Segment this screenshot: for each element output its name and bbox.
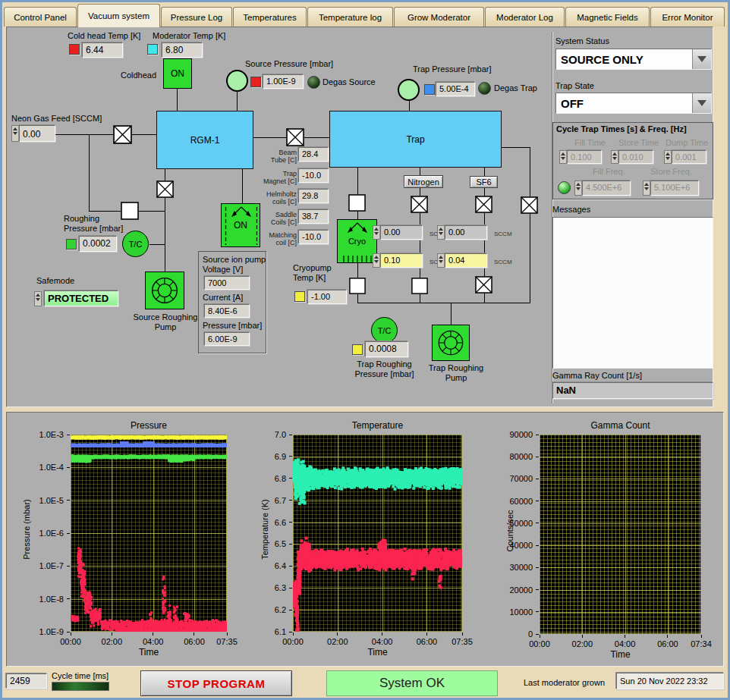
pipe — [132, 134, 156, 135]
pressure-chart-plot — [71, 435, 227, 632]
tick-mark — [536, 523, 539, 523]
temperature-chart: Temperature Temperature (K) Time 00:0002… — [259, 413, 486, 666]
nitrogen-set-spinner[interactable] — [373, 225, 380, 240]
valve-icon[interactable] — [156, 180, 174, 198]
tab-control-panel[interactable]: Control Panel — [4, 7, 77, 27]
trap-roughing-pump-label: Trap Roughing Pump — [420, 363, 492, 383]
tab-moderator-log[interactable]: Moderator Log — [485, 7, 565, 27]
x-tick-label: 02:00 — [95, 637, 128, 646]
trap-pressure-indicator-square — [424, 84, 435, 95]
charts-panel: Pressure Pressure (mbar) Time 00:0002:00… — [6, 412, 724, 667]
last-moderator-label: Last moderator grown — [524, 678, 605, 688]
safemode-spinner[interactable] — [34, 291, 42, 306]
coldhead-on-button[interactable]: ON — [163, 58, 192, 89]
sf6-button[interactable]: SF6 — [470, 176, 498, 188]
messages-label: Messages — [552, 205, 590, 215]
pressure-chart-xlabel: Time — [71, 647, 227, 658]
trap-pressure-gauge — [398, 79, 420, 101]
tab-temperatures[interactable]: Temperatures — [233, 7, 307, 27]
safemode-field[interactable]: PROTECTED — [44, 290, 118, 306]
nitrogen-set-field[interactable]: 0.00 — [380, 225, 423, 240]
valve-icon[interactable] — [411, 278, 428, 294]
y-tick-label: 6.2 — [259, 605, 286, 614]
nitrogen-actual-spinner[interactable] — [373, 253, 380, 268]
tick-mark — [67, 500, 70, 501]
fill-time-spinner[interactable] — [559, 150, 567, 164]
system-status-dropdown[interactable]: SOURCE ONLY — [555, 49, 712, 70]
thermocouple-gauge: T/C — [122, 231, 149, 257]
sf6-set-spinner[interactable] — [437, 225, 445, 240]
trap-pressure-field: 5.00E-4 — [436, 82, 475, 96]
nitrogen-button[interactable]: Nitrogen — [404, 175, 443, 188]
x-tick-label: 04:00 — [609, 639, 642, 648]
fill-time-field[interactable]: 0.100 — [567, 150, 602, 164]
y-tick-label: 50000 — [496, 519, 533, 528]
store-time-field[interactable]: 0.010 — [618, 150, 653, 164]
trap-pressure-label: Trap Pressure [mbar] — [413, 64, 492, 74]
degas-source-led[interactable] — [307, 76, 320, 89]
dump-time-field[interactable]: 0.001 — [672, 150, 706, 164]
cryo-pump-valve[interactable]: Cryo — [337, 219, 377, 263]
stop-program-button[interactable]: STOP PROGRAM — [140, 670, 292, 696]
temperature-chart-xlabel: Time — [293, 647, 462, 658]
trap-roughing-pump[interactable] — [432, 325, 470, 361]
dropdown-arrow-icon[interactable] — [692, 93, 711, 113]
dropdown-arrow-icon[interactable] — [692, 49, 711, 69]
valve-icon[interactable] — [113, 125, 132, 144]
cryopump-temp-label: Cryopump Temp [K] — [293, 263, 340, 283]
nitrogen-actual-field[interactable]: 0.10 — [380, 253, 423, 268]
sf6-actual-field[interactable]: 0.04 — [445, 253, 487, 268]
neon-feed-field[interactable]: 0.00 — [19, 125, 55, 142]
source-roughing-pump[interactable] — [145, 272, 184, 309]
tick-mark — [667, 635, 668, 638]
degas-trap-label: Degas Trap — [494, 83, 537, 93]
tab-temperature-log[interactable]: Temperature log — [307, 7, 393, 27]
valve-icon[interactable] — [121, 202, 139, 220]
pipe — [357, 263, 358, 278]
matching-coil-field: -10.0 — [298, 230, 329, 244]
trap-roughing-pressure-label: Trap Roughing Pressure [mbar] — [341, 359, 428, 379]
ion-pump-pressure-field: 6.00E-9 — [204, 332, 250, 346]
tab-vacuum-system[interactable]: Vacuum system — [77, 4, 160, 27]
roughing-indicator-square — [66, 239, 77, 250]
x-tick-label: 06:00 — [410, 637, 443, 646]
tick-mark — [536, 545, 539, 546]
cycle-trap-title: Cycle Trap Times [s] & Freq. [Hz] — [556, 124, 687, 134]
store-time-spinner[interactable] — [611, 150, 618, 164]
tab-pressure-log[interactable]: Pressure Log — [161, 7, 232, 27]
valve-icon[interactable] — [411, 196, 428, 213]
tab-magnetic-fields[interactable]: Magnetic Fields — [565, 7, 650, 27]
pipe — [139, 211, 165, 212]
trap-state-dropdown[interactable]: OFF — [555, 93, 712, 114]
y-tick-label: 6.7 — [259, 496, 286, 505]
tab-error-monitor[interactable]: Error Monitor — [650, 7, 725, 27]
y-tick-label: 90000 — [496, 430, 533, 439]
store-freq-spinner[interactable] — [643, 180, 650, 196]
tick-mark — [536, 634, 539, 635]
y-tick-label: 40000 — [496, 541, 533, 550]
dump-time-spinner[interactable] — [664, 150, 672, 164]
sf6-actual-spinner[interactable] — [437, 253, 445, 268]
source-gate-valve[interactable]: ON — [221, 203, 260, 247]
fill-freq-spinner[interactable] — [574, 180, 582, 196]
fill-freq-field[interactable]: 4.500E+6 — [582, 180, 631, 196]
store-freq-field[interactable]: 5.100E+6 — [650, 180, 699, 196]
pipe — [237, 92, 238, 111]
cryopump-indicator-square — [294, 291, 305, 302]
moderator-temp-label: Moderator Temp [K] — [153, 31, 225, 41]
valve-icon[interactable] — [475, 276, 492, 293]
y-tick-label: 10000 — [496, 607, 533, 617]
cycle-trap-led[interactable] — [558, 181, 571, 194]
valve-icon[interactable] — [286, 128, 304, 146]
pipe — [242, 169, 243, 203]
neon-feed-spinner[interactable] — [11, 125, 19, 142]
tick-mark — [67, 533, 70, 534]
sf6-set-field[interactable]: 0.00 — [445, 225, 487, 240]
valve-icon[interactable] — [475, 196, 492, 213]
valve-icon[interactable] — [348, 194, 366, 212]
tab-grow-moderator[interactable]: Grow Moderator — [394, 7, 484, 27]
valve-icon[interactable] — [349, 278, 366, 294]
valve-icon[interactable] — [521, 196, 538, 214]
degas-trap-led[interactable] — [478, 82, 491, 95]
saddle-coils-label: Saddle Coils [C] — [257, 211, 297, 226]
